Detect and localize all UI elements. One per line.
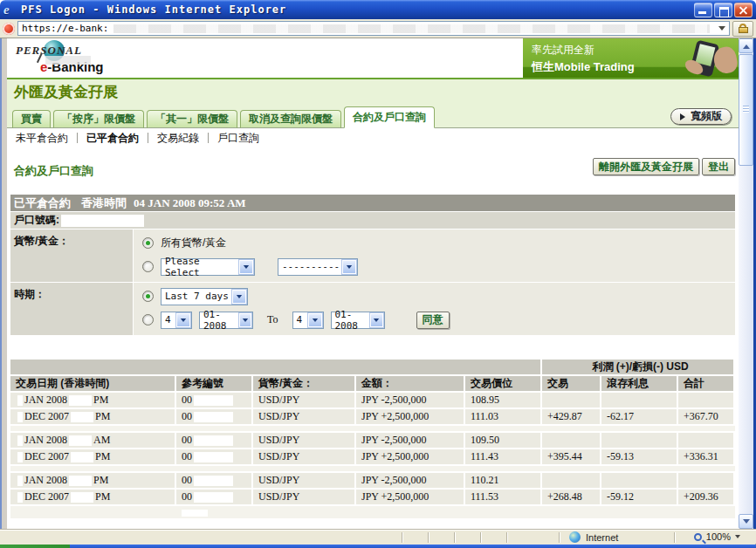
currency-form-row: 貨幣/黃金： 所有貨幣/黃金 Please Select xyxy=(10,229,735,282)
table-header-row: 交易日期 (香港時間) 參考編號 貨幣/黃金： 金額： 交易價位 交易 滾存利息… xyxy=(10,376,735,393)
redaction xyxy=(71,452,93,462)
chevron-down-icon xyxy=(735,535,740,541)
chevron-down-icon xyxy=(370,313,382,327)
specific-currency-radio[interactable] xyxy=(142,261,154,272)
chevron-down-icon xyxy=(308,313,322,327)
redaction xyxy=(194,412,233,422)
col-trade-price: 交易價位 xyxy=(465,376,542,393)
title-bar: e PFS Logon - Windows Internet Explorer xyxy=(0,0,756,19)
result-header-bar: 已平倉合約 香港時間 04 JAN 2008 09:52 AM xyxy=(10,195,735,211)
chevron-down-icon xyxy=(232,290,246,304)
redaction xyxy=(194,492,233,503)
spacer-row xyxy=(10,506,735,520)
redaction xyxy=(17,412,23,422)
redaction xyxy=(17,476,23,486)
redaction xyxy=(69,435,92,446)
windows-taskbar xyxy=(0,545,756,548)
window-title: PFS Logon - Windows Internet Explorer xyxy=(21,3,286,16)
tab-either-limit-order[interactable]: 「其一」限價盤 xyxy=(147,110,237,128)
result-datetime: 04 JAN 2008 09:52 AM xyxy=(134,196,246,210)
broadband-version-button[interactable]: 寬頻版 xyxy=(670,108,732,125)
col-amount: 金額： xyxy=(356,376,465,393)
redaction xyxy=(17,435,23,446)
from-month-select[interactable]: 01-2008 xyxy=(199,312,253,329)
tab-cancel-enquire-limit-order[interactable]: 取消及查詢限價盤 xyxy=(240,110,341,128)
tab-sequential-limit-order[interactable]: 「按序」限價盤 xyxy=(53,110,144,128)
preset-period-radio[interactable] xyxy=(142,291,154,302)
promo-line2: 恒生Mobile Trading xyxy=(532,59,635,75)
minimize-button[interactable] xyxy=(694,3,712,17)
ssl-lock-button[interactable] xyxy=(732,21,753,37)
address-input[interactable]: https://e-bank: xyxy=(17,21,730,36)
currency-select[interactable]: Please Select xyxy=(161,258,255,276)
period-label: 時期： xyxy=(10,283,133,335)
browser-window: e PFS Logon - Windows Internet Explorer … xyxy=(0,0,756,548)
currency-select-2[interactable]: ---------- xyxy=(278,258,358,276)
all-currencies-radio[interactable] xyxy=(142,237,154,249)
currency-label: 貨幣/黃金： xyxy=(10,229,133,282)
from-day-select[interactable]: 4 xyxy=(161,312,192,329)
mobile-trading-banner[interactable]: 率先試用全新 恒生Mobile Trading xyxy=(523,38,739,78)
tab-contract-account-enquiry[interactable]: 合約及戶口查詢 xyxy=(344,106,435,128)
chevron-down-icon xyxy=(239,313,251,327)
start-button-edge[interactable] xyxy=(0,545,70,548)
restore-button[interactable] xyxy=(714,3,732,17)
address-url: https://e-bank: xyxy=(22,22,108,35)
redaction xyxy=(113,24,710,33)
agree-button[interactable]: 同意 xyxy=(416,312,450,329)
tab-bar: 買賣 「按序」限價盤 「其一」限價盤 取消及查詢限價盤 合約及戶口查詢 寬頻版 xyxy=(7,105,739,128)
table-row: DEC 2007PM 00 USD/JPY JPY +2,500,000 111… xyxy=(10,490,735,506)
blank-group-cell xyxy=(10,360,542,376)
col-currency-gold: 貨幣/黃金： xyxy=(253,376,356,393)
redaction xyxy=(194,452,233,462)
divider xyxy=(674,532,675,543)
table-row: JAN 2008PM 00 USD/JPY JPY -2,500,000 110… xyxy=(10,473,735,490)
chevron-down-icon xyxy=(342,260,356,274)
col-trade: 交易 xyxy=(542,376,601,393)
resize-grip[interactable] xyxy=(752,540,753,542)
period-select[interactable]: Last 7 days xyxy=(161,288,248,305)
security-alert-icon xyxy=(3,23,15,35)
scroll-down-button[interactable] xyxy=(739,514,753,529)
scroll-up-button[interactable] xyxy=(739,38,753,53)
profit-group-header-row: 利潤 (+)/虧損(-) USD xyxy=(10,360,735,376)
triangle-right-icon xyxy=(680,113,689,120)
table-row: DEC 2007PM 00 USD/JPY JPY +2,500,000 111… xyxy=(10,409,735,426)
exit-fx-gold-margin-button[interactable]: 離開外匯及黃金孖展 xyxy=(593,158,699,175)
col-trade-date: 交易日期 (香港時間) xyxy=(10,376,176,393)
tab-trade[interactable]: 買賣 xyxy=(12,110,51,128)
subtab-closed-contracts[interactable]: 已平倉合約 xyxy=(85,131,141,146)
address-dropdown-button[interactable] xyxy=(715,22,729,35)
period-form-row: 時期： Last 7 days 4 xyxy=(10,283,735,335)
divider xyxy=(559,532,560,543)
divider xyxy=(402,532,402,543)
chevron-down-icon xyxy=(718,26,725,34)
redaction xyxy=(69,476,92,486)
chevron-down-icon xyxy=(176,313,190,327)
scrollbar-thumb[interactable] xyxy=(739,54,753,166)
redaction xyxy=(45,56,91,65)
logout-button[interactable]: 登出 xyxy=(702,158,735,175)
to-day-select[interactable]: 4 xyxy=(292,312,324,329)
timezone-label: 香港時間 xyxy=(81,195,127,211)
section-title: 合約及戶口查詢 xyxy=(14,163,93,179)
divider xyxy=(454,532,455,543)
redaction xyxy=(17,492,23,503)
to-month-select[interactable]: 01-2008 xyxy=(331,312,385,329)
divider xyxy=(148,133,148,143)
all-currencies-option-label: 所有貨幣/黃金 xyxy=(161,236,226,250)
divider xyxy=(480,532,481,543)
redaction xyxy=(71,412,93,422)
col-total: 合計 xyxy=(678,376,735,393)
chevron-down-icon xyxy=(743,519,750,527)
subtab-open-contracts[interactable]: 未平倉合約 xyxy=(14,131,70,146)
close-button[interactable] xyxy=(734,3,753,17)
result-title: 已平倉合約 xyxy=(14,195,71,211)
table-row: DEC 2007PM 00 USD/JPY JPY +2,500,000 111… xyxy=(10,449,735,466)
table-row: JAN 2008AM 00 USD/JPY JPY -2,500,000 109… xyxy=(10,433,735,449)
custom-period-radio[interactable] xyxy=(142,314,154,325)
zoom-control[interactable]: 100% xyxy=(694,531,740,542)
subtab-transaction-records[interactable]: 交易紀錄 xyxy=(155,131,201,146)
vertical-scrollbar[interactable] xyxy=(739,38,753,529)
subtab-account-enquiry[interactable]: 戶口查詢 xyxy=(216,131,261,146)
